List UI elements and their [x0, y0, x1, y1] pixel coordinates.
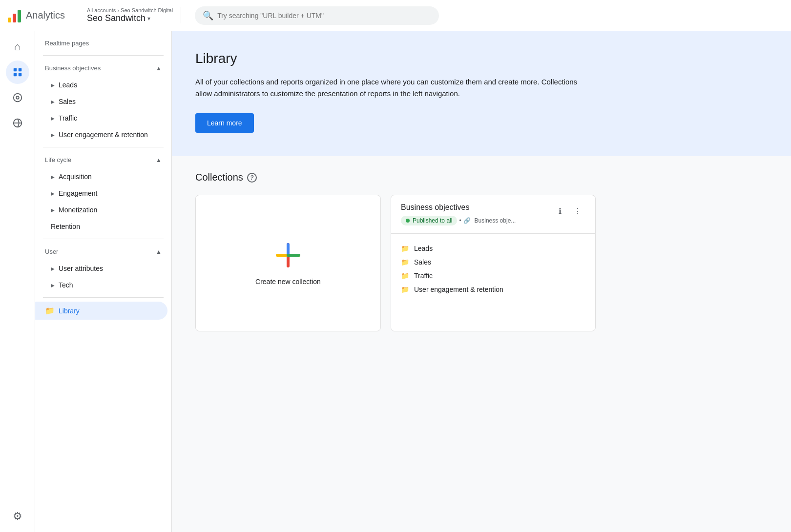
arrow-icon: ▶ [51, 207, 55, 213]
section-user: User ▲ ▶ User attributes ▶ Tech [35, 243, 171, 293]
nav-item-label: Acquisition [59, 173, 92, 181]
folder-icon: 📁 [401, 245, 409, 252]
card-header-left: Business objectives Published to all • 🔗… [401, 203, 516, 225]
section-title-user: User [45, 248, 58, 255]
card-divider [391, 233, 595, 234]
learn-more-button[interactable]: Learn more [195, 113, 254, 133]
list-item: 📁 User engagement & retention [401, 283, 585, 296]
account-name: Seo Sandwitch [87, 13, 146, 23]
nav-item-monetization[interactable]: ▶ Monetization [35, 202, 167, 218]
nav-item-label: User engagement & retention [59, 131, 148, 139]
search-icon: 🔍 [203, 10, 213, 21]
arrow-icon: ▶ [51, 283, 55, 288]
sidebar-icon-reports[interactable] [6, 61, 29, 84]
arrow-icon: ▶ [51, 132, 55, 138]
arrow-icon: ▶ [51, 116, 55, 121]
nav-item-label: User attributes [59, 265, 103, 272]
list-item-label: User engagement & retention [414, 286, 503, 293]
realtime-pages-item[interactable]: Realtime pages [35, 35, 171, 51]
published-badge: Published to all [401, 216, 457, 225]
card-title: Business objectives [401, 203, 516, 212]
nav-item-user-engagement[interactable]: ▶ User engagement & retention [35, 126, 167, 143]
nav-item-label: Library [59, 307, 80, 315]
card-subtitle: Business obje... [475, 217, 516, 224]
search-bar[interactable]: 🔍 [195, 6, 439, 25]
nav-item-label: Sales [59, 98, 76, 105]
account-breadcrumb: All accounts › Seo Sandwitch Digital [87, 7, 173, 13]
account-selector[interactable]: Seo Sandwitch ▾ [87, 13, 173, 23]
nav-item-library[interactable]: 📁 Library [35, 302, 167, 320]
svg-point-4 [13, 94, 21, 102]
cards-row: Create new collection Business objective… [195, 195, 768, 331]
arrow-icon: ▶ [51, 191, 55, 196]
badge-label: Published to all [413, 217, 452, 224]
nav-item-label: Monetization [59, 206, 97, 214]
nav-item-user-attributes[interactable]: ▶ User attributes [35, 260, 167, 277]
sidebar-icon-advertising[interactable] [6, 111, 29, 135]
section-header-business-objectives[interactable]: Business objectives ▲ [35, 60, 171, 77]
divider [43, 297, 164, 298]
svg-rect-1 [18, 68, 21, 71]
list-item: 📁 Traffic [401, 269, 585, 283]
main-content: Library All of your collections and repo… [172, 31, 791, 532]
library-description: All of your collections and reports orga… [195, 76, 596, 100]
nav-item-tech[interactable]: ▶ Tech [35, 277, 167, 293]
card-header-icons: ℹ ⋮ [552, 203, 585, 219]
divider [43, 55, 164, 56]
arrow-icon: ▶ [51, 266, 55, 271]
nav-sidebar: Realtime pages Business objectives ▲ ▶ L… [35, 31, 172, 532]
collections-header: Collections ? [195, 172, 768, 183]
main-layout: ⌂ ⚙ Realtime pages Business objectives ▲… [0, 31, 791, 532]
section-business-objectives: Business objectives ▲ ▶ Leads ▶ Sales ▶ … [35, 60, 171, 143]
plus-icon [273, 241, 303, 270]
search-input[interactable] [217, 12, 431, 20]
list-item-label: Leads [414, 245, 433, 252]
section-lifecycle: Life cycle ▲ ▶ Acquisition ▶ Engagement … [35, 151, 171, 235]
svg-rect-3 [18, 73, 21, 76]
arrow-icon: ▶ [51, 174, 55, 180]
chevron-down-icon: ▾ [147, 15, 150, 22]
help-icon[interactable]: ? [247, 173, 257, 183]
card-header: Business objectives Published to all • 🔗… [391, 195, 595, 231]
account-area: All accounts › Seo Sandwitch Digital Seo… [79, 7, 181, 23]
divider [43, 239, 164, 239]
section-header-lifecycle[interactable]: Life cycle ▲ [35, 151, 171, 168]
library-title: Library [195, 51, 768, 66]
section-header-user[interactable]: User ▲ [35, 243, 171, 260]
section-title-lifecycle: Life cycle [45, 156, 71, 164]
nav-item-acquisition[interactable]: ▶ Acquisition [35, 168, 167, 185]
list-item: 📁 Sales [401, 255, 585, 269]
nav-item-sales[interactable]: ▶ Sales [35, 93, 167, 110]
more-options-button[interactable]: ⋮ [570, 203, 585, 219]
collections-section: Collections ? Create new collection [172, 156, 791, 347]
nav-item-label: Leads [59, 81, 77, 89]
nav-item-retention[interactable]: Retention [35, 218, 167, 235]
app-title: Analytics [26, 10, 65, 21]
arrow-icon: ▶ [51, 82, 55, 88]
list-item-label: Traffic [414, 272, 433, 280]
topbar: Analytics All accounts › Seo Sandwitch D… [0, 0, 791, 31]
folder-icon: 📁 [401, 286, 409, 293]
business-objectives-card: Business objectives Published to all • 🔗… [391, 195, 596, 331]
list-item: 📁 Leads [401, 242, 585, 255]
folder-icon: 📁 [401, 272, 409, 280]
nav-item-engagement[interactable]: ▶ Engagement [35, 185, 167, 202]
list-item-label: Sales [414, 258, 431, 266]
sidebar-icon-home[interactable]: ⌂ [6, 35, 29, 59]
library-hero: Library All of your collections and repo… [172, 31, 791, 156]
svg-point-5 [16, 96, 19, 99]
create-collection-label: Create new collection [255, 278, 321, 286]
sidebar-icon-settings[interactable]: ⚙ [6, 505, 29, 528]
chevron-up-icon: ▲ [156, 157, 162, 164]
logo-icon [8, 9, 21, 22]
info-button[interactable]: ℹ [552, 203, 568, 219]
card-body: 📁 Leads 📁 Sales 📁 Traffic 📁 [391, 236, 595, 304]
logo-area: Analytics [8, 9, 73, 22]
nav-item-label: Engagement [59, 189, 97, 197]
arrow-icon: ▶ [51, 99, 55, 104]
sidebar-icon-explore[interactable] [6, 86, 29, 109]
nav-item-traffic[interactable]: ▶ Traffic [35, 110, 167, 126]
create-collection-card[interactable]: Create new collection [195, 195, 381, 331]
nav-item-label: Tech [59, 281, 73, 289]
nav-item-leads[interactable]: ▶ Leads [35, 77, 167, 93]
